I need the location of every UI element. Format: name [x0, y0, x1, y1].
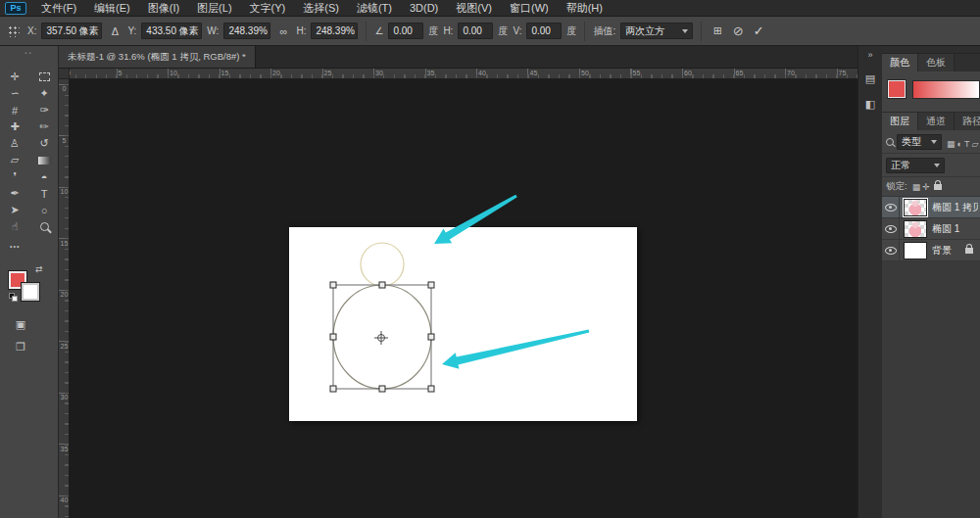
- menu-item[interactable]: 选择(S): [294, 0, 348, 17]
- h-skew-input[interactable]: 0.00: [458, 23, 493, 39]
- interpolation-select[interactable]: 两次立方: [620, 23, 693, 39]
- layers-panel-tab[interactable]: 图层: [882, 113, 918, 130]
- menu-item[interactable]: 视图(V): [447, 0, 501, 17]
- quick-selection-tool[interactable]: ✦: [29, 85, 59, 102]
- background-color-swatch[interactable]: [22, 283, 39, 301]
- menu-item[interactable]: 编辑(E): [85, 0, 139, 17]
- visibility-toggle[interactable]: [882, 240, 900, 261]
- layer-thumbnail[interactable]: [904, 199, 927, 216]
- healing-brush-tool[interactable]: ✚: [0, 118, 29, 135]
- warp-mode-toggle[interactable]: ⊞: [710, 23, 725, 40]
- x-position-input[interactable]: 357.50 像素: [41, 23, 102, 39]
- toolbar-bottom: ▣ ❐: [0, 317, 58, 353]
- photoshop-logo[interactable]: Ps: [5, 2, 26, 15]
- screen-mode-button[interactable]: ❐: [13, 340, 28, 353]
- document-tab[interactable]: 未标题-1 @ 31.6% (椭圆 1 拷贝, RGB/8#) *: [59, 45, 256, 68]
- layer-lock-icon: [965, 248, 973, 254]
- color-panel-tab[interactable]: 颜色: [882, 54, 918, 71]
- eraser-tool[interactable]: ▱: [0, 152, 29, 168]
- history-panel-icon[interactable]: ▤: [861, 70, 879, 87]
- move-tool[interactable]: ✛: [0, 69, 29, 85]
- menu-item[interactable]: 窗口(W): [501, 0, 558, 17]
- quick-mask-button[interactable]: ▣: [13, 317, 28, 331]
- menu-item[interactable]: 帮助(H): [558, 0, 612, 17]
- relative-position-toggle[interactable]: Δ: [107, 23, 122, 40]
- filter-pixel-icon[interactable]: ▦: [947, 139, 956, 149]
- lock-label: 锁定:: [886, 180, 907, 193]
- y-position-input[interactable]: 433.50 像素: [141, 23, 202, 39]
- pen-tool[interactable]: ✒: [0, 185, 29, 202]
- menu-item[interactable]: 3D(D): [401, 0, 447, 17]
- reference-point-locator-icon[interactable]: [7, 24, 20, 37]
- lasso-tool[interactable]: ∽: [0, 85, 29, 102]
- eyedropper-tool[interactable]: ✑: [29, 102, 59, 118]
- visibility-toggle[interactable]: [882, 197, 900, 218]
- adjustments-panel-icon[interactable]: ◧: [861, 95, 879, 113]
- layer-row[interactable]: 背景: [882, 240, 980, 261]
- dodge-tool[interactable]: ◓: [29, 168, 59, 185]
- ruler-label: 15: [60, 241, 69, 248]
- canvas-viewport[interactable]: [70, 79, 858, 518]
- gradient-tool[interactable]: [29, 152, 59, 168]
- rotation-angle-input[interactable]: 0.00: [388, 23, 423, 39]
- color-ramp[interactable]: [912, 80, 980, 99]
- default-colors-icon[interactable]: [9, 293, 18, 302]
- ruler-label: 60: [684, 70, 692, 76]
- ruler-label: 35: [60, 447, 69, 453]
- layer-thumbnail[interactable]: [904, 242, 927, 259]
- layers-panel-tab[interactable]: 路径: [955, 113, 980, 130]
- color-panel-tab[interactable]: 色板: [918, 54, 955, 71]
- link-dimensions-icon[interactable]: ∞: [275, 23, 291, 40]
- vertical-ruler[interactable]: 0510152025303540: [59, 79, 70, 518]
- document-canvas[interactable]: [289, 227, 637, 421]
- blend-mode-select[interactable]: 正常: [886, 158, 945, 173]
- blur-tool[interactable]: ❜: [0, 168, 29, 185]
- filter-type-icon[interactable]: T: [964, 139, 970, 149]
- blend-mode-row: 正常: [882, 154, 980, 177]
- history-brush-tool[interactable]: ↺: [29, 135, 59, 152]
- more-tools-button[interactable]: •••: [0, 243, 58, 257]
- menu-item[interactable]: 文件(F): [32, 0, 85, 17]
- cancel-transform-button[interactable]: ⊘: [730, 23, 746, 40]
- horizontal-ruler[interactable]: 051015202530354045505560657075: [59, 69, 858, 79]
- commit-transform-button[interactable]: ✓: [751, 23, 766, 40]
- lock-transparency-icon[interactable]: ▦: [912, 182, 921, 192]
- lock-position-icon[interactable]: ✛: [922, 182, 930, 192]
- type-tool[interactable]: T: [29, 185, 59, 202]
- v-skew-input[interactable]: 0.00: [526, 23, 562, 39]
- height-scale-input[interactable]: 248.39%: [311, 23, 358, 39]
- collapse-panels-icon[interactable]: »: [858, 48, 882, 62]
- swap-colors-icon[interactable]: ⇄: [35, 264, 43, 274]
- layer-row[interactable]: 椭圆 1: [882, 218, 980, 240]
- ruler-label: 70: [787, 70, 795, 76]
- toolbar-grip[interactable]: ▪▪: [0, 49, 58, 57]
- filter-shape-icon[interactable]: ▱: [971, 139, 978, 149]
- x-label: X:: [27, 25, 36, 36]
- layer-name: 背景: [932, 244, 952, 258]
- current-color-swatch[interactable]: [888, 80, 906, 98]
- layer-row[interactable]: 椭圆 1 拷贝: [882, 197, 980, 218]
- layer-filter-type-select[interactable]: 类型: [897, 134, 942, 150]
- zoom-tool[interactable]: [29, 218, 59, 235]
- menu-item[interactable]: 图层(L): [188, 0, 240, 17]
- tools-grid: ✛∽✦#✑✚✏♙↺▱❜◓✒T➤○☝: [0, 69, 58, 235]
- zoom-tool-icon: [40, 222, 49, 231]
- brush-tool[interactable]: ✏: [29, 118, 59, 135]
- width-scale-input[interactable]: 248.39%: [223, 23, 270, 39]
- menu-item[interactable]: 滤镜(T): [348, 0, 401, 17]
- visibility-toggle[interactable]: [882, 218, 900, 240]
- marquee-tool[interactable]: [29, 69, 59, 85]
- hand-tool[interactable]: ☝: [0, 218, 29, 235]
- clone-stamp-tool[interactable]: ♙: [0, 135, 29, 152]
- ruler-label: 30: [375, 70, 383, 76]
- ruler-label: 15: [221, 70, 229, 76]
- filter-adjustment-icon[interactable]: ◐: [957, 139, 962, 149]
- menu-item[interactable]: 文字(Y): [241, 0, 295, 17]
- layers-panel-tab[interactable]: 通道: [918, 113, 955, 130]
- lock-all-icon[interactable]: [934, 184, 942, 190]
- path-selection-tool[interactable]: ➤: [0, 202, 29, 218]
- menu-item[interactable]: 图像(I): [139, 0, 188, 17]
- ellipse-tool[interactable]: ○: [29, 202, 59, 218]
- layer-thumbnail[interactable]: [904, 220, 927, 238]
- crop-tool[interactable]: #: [0, 102, 29, 118]
